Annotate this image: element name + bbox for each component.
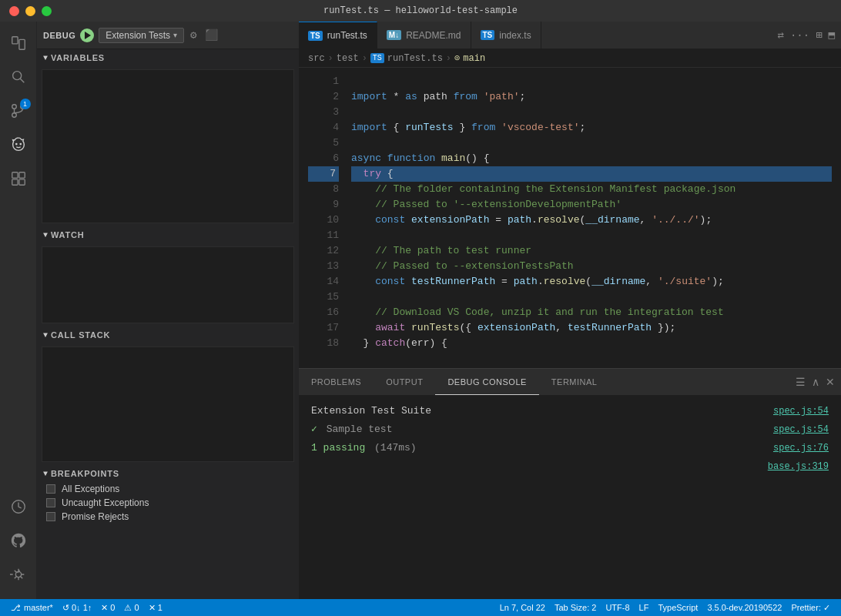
git-branch[interactable]: ⎇ master* (6, 599, 58, 616)
passing-text: 1 passing (311, 442, 365, 454)
checkbox-uncaught-exceptions[interactable] (46, 498, 55, 507)
breadcrumb-function[interactable]: main (463, 53, 485, 64)
language-mode[interactable]: TypeScript (653, 599, 702, 616)
sidebar-item-github[interactable] (3, 525, 34, 556)
code-line: 18 } catch(err) { (299, 336, 841, 351)
spec-ref-1[interactable]: spec.js:54 (773, 403, 829, 419)
debug-label: DEBUG (43, 31, 75, 40)
window-title: runTest.ts — helloworld-test-sample (323, 5, 518, 16)
list-item[interactable]: All Exceptions (37, 482, 299, 496)
tab-size[interactable]: Tab Size: 2 (550, 599, 601, 616)
ts-file-icon: TS (370, 53, 384, 63)
encoding[interactable]: UTF-8 (601, 599, 634, 616)
settings-icon[interactable]: ⚙ (189, 27, 198, 43)
chevron-icon: ▼ (43, 54, 48, 62)
code-line: 4 import { runTests } from 'vscode-test'… (299, 120, 841, 136)
panel-tab-bar: PROBLEMS OUTPUT DEBUG CONSOLE TERMINAL ☰… (299, 369, 841, 396)
debug-play-button[interactable] (80, 28, 94, 42)
error-count[interactable]: ✕ 0 (96, 599, 119, 616)
tab-output[interactable]: OUTPUT (374, 369, 435, 395)
checkbox-all-exceptions[interactable] (46, 484, 55, 494)
window-controls[interactable] (9, 6, 52, 16)
chevron-down-icon: ▾ (173, 31, 177, 39)
code-line: 5 (299, 136, 841, 151)
sidebar-item-settings[interactable] (3, 559, 34, 590)
cursor-position[interactable]: Ln 7, Col 22 (495, 599, 550, 616)
watch-content (42, 246, 294, 323)
layout-icon[interactable]: ⬒ (829, 28, 835, 42)
sidebar-item-debug[interactable] (3, 129, 34, 160)
check-icon: ✓ (311, 424, 317, 435)
tab-label: README.md (406, 30, 461, 41)
ts-icon: TS (481, 30, 495, 40)
minimize-button[interactable] (25, 6, 35, 16)
sidebar: DEBUG Extension Tests ▾ ⚙ ⬛ ▼ VARIABLES … (37, 22, 299, 599)
prettier-status[interactable]: Prettier: ✓ (786, 599, 835, 616)
code-line: 15 (299, 290, 841, 305)
sync-status[interactable]: ↺ 0↓ 1↑ (58, 599, 96, 616)
callstack-header[interactable]: ▼ CALL STACK (37, 326, 299, 343)
sidebar-item-extensions[interactable] (3, 163, 34, 194)
tab-debug-console[interactable]: DEBUG CONSOLE (435, 369, 538, 395)
svg-point-6 (12, 113, 16, 118)
breakpoints-section: ▼ BREAKPOINTS All Exceptions Uncaught Ex… (37, 465, 299, 599)
svg-point-2 (12, 72, 21, 80)
panel-tab-actions: ☰ ∧ ✕ (609, 369, 841, 395)
info-text: ✕ 1 (149, 603, 163, 613)
close-panel-icon[interactable]: ✕ (826, 376, 835, 388)
warning-count[interactable]: ⚠ 0 (119, 599, 143, 616)
code-line: 11 (299, 228, 841, 243)
chevron-icon: ▼ (43, 470, 48, 478)
time-text: (147ms) (374, 442, 417, 454)
code-line: 17 await runTests({ extensionPath, testR… (299, 320, 841, 336)
code-line: 8 // The folder containing the Extension… (299, 182, 841, 197)
tab-runtest[interactable]: TS runTest.ts (299, 22, 377, 49)
tab-size-text: Tab Size: 2 (555, 603, 596, 612)
close-button[interactable] (9, 6, 19, 16)
breadcrumb-test[interactable]: test (337, 53, 359, 64)
ts-version[interactable]: 3.5.0-dev.20190522 (702, 599, 786, 616)
split-editor-icon[interactable]: ⇄ (777, 28, 783, 42)
code-editor[interactable]: 1 2 import * as path from 'path'; 3 4 im… (299, 68, 841, 368)
info-count[interactable]: ✕ 1 (144, 599, 167, 616)
tab-label: index.ts (499, 30, 531, 41)
test-name: Sample test (327, 424, 393, 435)
chevron-up-icon[interactable]: ∧ (812, 376, 819, 388)
tab-terminal[interactable]: TERMINAL (539, 369, 610, 395)
error-text: ✕ 0 (101, 603, 115, 613)
tab-bar: TS runTest.ts M↓ README.md TS index.ts ⇄… (299, 22, 841, 49)
code-line: 12 // The path to test runner (299, 243, 841, 259)
breadcrumb-file[interactable]: runTest.ts (387, 53, 443, 64)
tab-readme[interactable]: M↓ README.md (377, 22, 471, 49)
sidebar-item-history[interactable] (3, 491, 34, 522)
sidebar-item-search[interactable] (3, 62, 34, 92)
svg-rect-10 (12, 172, 17, 178)
spec-ref-2[interactable]: spec.js:54 (773, 422, 829, 437)
list-item[interactable]: Promise Rejects (37, 510, 299, 524)
watch-header[interactable]: ▼ WATCH (37, 226, 299, 243)
sidebar-item-source-control[interactable]: 1 (3, 95, 34, 126)
position-text: Ln 7, Col 22 (500, 603, 545, 612)
spec-ref-3[interactable]: spec.js:76 (773, 440, 829, 456)
tab-index[interactable]: TS index.ts (471, 22, 541, 49)
terminal-icon[interactable]: ⬛ (203, 27, 219, 43)
breakpoints-header[interactable]: ▼ BREAKPOINTS (37, 465, 299, 482)
variables-header[interactable]: ▼ VARIABLES (37, 49, 299, 66)
breakpoints-label: BREAKPOINTS (51, 469, 119, 478)
list-item[interactable]: Uncaught Exceptions (37, 496, 299, 510)
line-ending[interactable]: LF (635, 599, 654, 616)
breadcrumb-src[interactable]: src (308, 53, 325, 64)
base-ref[interactable]: base.js:319 (768, 459, 829, 474)
debug-config-dropdown[interactable]: Extension Tests ▾ (99, 28, 184, 43)
code-line: 9 // Passed to '--extensionDevelopmentPa… (299, 197, 841, 213)
sidebar-item-explorer[interactable] (3, 28, 34, 59)
filter-icon[interactable]: ☰ (796, 376, 806, 388)
debug-output-row: 1 passing (147ms) spec.js:76 (299, 439, 841, 457)
checkbox-promise-rejects[interactable] (46, 512, 55, 521)
encoding-text: UTF-8 (605, 603, 629, 612)
maximize-button[interactable] (42, 6, 52, 16)
chevron-icon: ▼ (43, 231, 48, 239)
tab-problems[interactable]: PROBLEMS (299, 369, 374, 395)
breadcrumb-toggle-icon[interactable]: ⊞ (816, 28, 822, 42)
ellipsis-icon[interactable]: ··· (790, 29, 809, 42)
